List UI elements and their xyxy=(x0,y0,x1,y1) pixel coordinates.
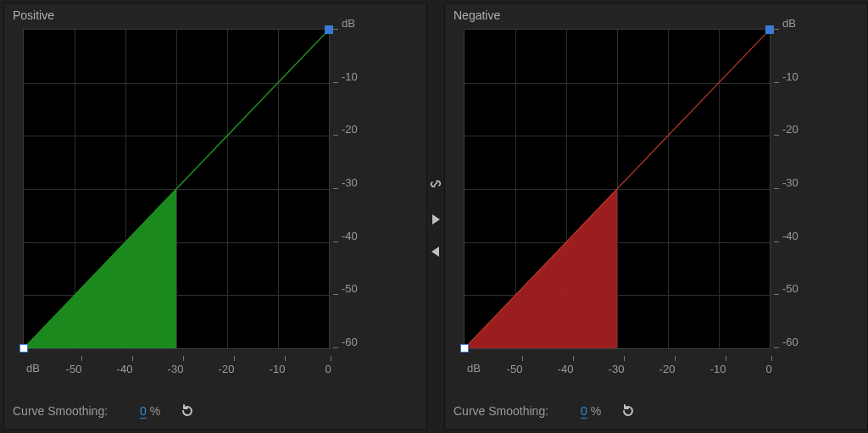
y-tick-label: -40 xyxy=(782,229,798,241)
curve-smoothing-input[interactable]: 0 xyxy=(140,404,147,418)
arrow-left-icon xyxy=(431,246,441,258)
negative-panel: Negative dB -10 -20 -30 xyxy=(444,3,868,430)
x-tick-label: -40 xyxy=(117,363,133,375)
y-tick-label: -30 xyxy=(782,176,798,189)
curve-handle-end[interactable] xyxy=(325,25,333,34)
y-tick-label: dB xyxy=(782,17,796,30)
negative-title: Negative xyxy=(453,8,500,22)
x-tick-label: 0 xyxy=(765,363,771,375)
link-panels-button[interactable] xyxy=(427,175,444,192)
curve-smoothing-label: Curve Smoothing: xyxy=(13,404,108,418)
curve-handle-start[interactable] xyxy=(460,344,469,353)
y-tick-label: -50 xyxy=(782,282,798,295)
x-tick-label: -20 xyxy=(219,363,235,375)
undo-icon xyxy=(620,403,636,419)
x-tick-label: -40 xyxy=(558,363,574,375)
link-icon xyxy=(429,177,442,191)
curve-smoothing-input[interactable]: 0 xyxy=(581,404,587,418)
reset-button[interactable] xyxy=(179,402,196,419)
svg-line-5 xyxy=(465,30,770,348)
curve-handle-end[interactable] xyxy=(765,25,774,34)
y-tick-label: dB xyxy=(342,17,355,30)
curve-line xyxy=(465,30,770,348)
y-tick-label: -50 xyxy=(342,282,358,295)
x-axis-unit: dB xyxy=(26,362,40,375)
x-tick-label: -20 xyxy=(659,363,676,375)
x-tick-label: -10 xyxy=(710,363,726,375)
x-tick-label: -10 xyxy=(270,363,286,375)
x-tick-label: -50 xyxy=(66,363,82,375)
y-tick-label: -10 xyxy=(782,69,798,82)
positive-title: Positive xyxy=(13,8,54,22)
x-tick-label: -30 xyxy=(609,363,625,375)
curve-smoothing-row: Curve Smoothing: 0 % xyxy=(13,402,196,419)
copy-to-negative-button[interactable] xyxy=(427,211,444,228)
link-controls xyxy=(427,3,444,433)
svg-marker-2 xyxy=(432,214,440,225)
y-axis: dB -10 -20 -30 -40 -50 -60 xyxy=(333,29,384,347)
x-axis: dB -50 -40 -30 -20 -10 0 xyxy=(464,356,769,375)
y-tick-label: -60 xyxy=(782,336,798,348)
svg-line-1 xyxy=(24,30,329,348)
x-tick-label: -30 xyxy=(168,363,184,375)
x-tick-label: -50 xyxy=(507,363,523,375)
arrow-right-icon xyxy=(431,214,441,225)
curve-smoothing-unit: % xyxy=(591,404,601,418)
curve-smoothing-unit: % xyxy=(150,404,160,418)
x-axis: dB -50 -40 -30 -20 -10 0 xyxy=(23,356,328,375)
undo-icon xyxy=(180,403,195,419)
curve-line xyxy=(24,30,329,348)
positive-panel: Positive xyxy=(3,3,427,430)
reset-button[interactable] xyxy=(620,402,637,419)
x-tick-label: 0 xyxy=(325,363,331,375)
x-axis-unit: dB xyxy=(467,362,481,375)
negative-curve-editor[interactable] xyxy=(464,29,771,349)
y-tick-label: -20 xyxy=(782,123,798,136)
positive-curve-editor[interactable] xyxy=(23,29,330,349)
y-axis: dB -10 -20 -30 -40 -50 -60 xyxy=(774,29,825,347)
y-tick-label: -10 xyxy=(342,69,358,82)
y-tick-label: -30 xyxy=(342,176,358,189)
y-tick-label: -20 xyxy=(342,123,358,136)
svg-marker-3 xyxy=(431,247,439,257)
copy-to-positive-button[interactable] xyxy=(427,243,444,260)
y-tick-label: -40 xyxy=(342,229,358,241)
curve-handle-start[interactable] xyxy=(19,344,28,353)
curve-smoothing-row: Curve Smoothing: 0 % xyxy=(453,402,637,419)
y-tick-label: -60 xyxy=(342,336,358,348)
curve-smoothing-label: Curve Smoothing: xyxy=(453,404,548,418)
